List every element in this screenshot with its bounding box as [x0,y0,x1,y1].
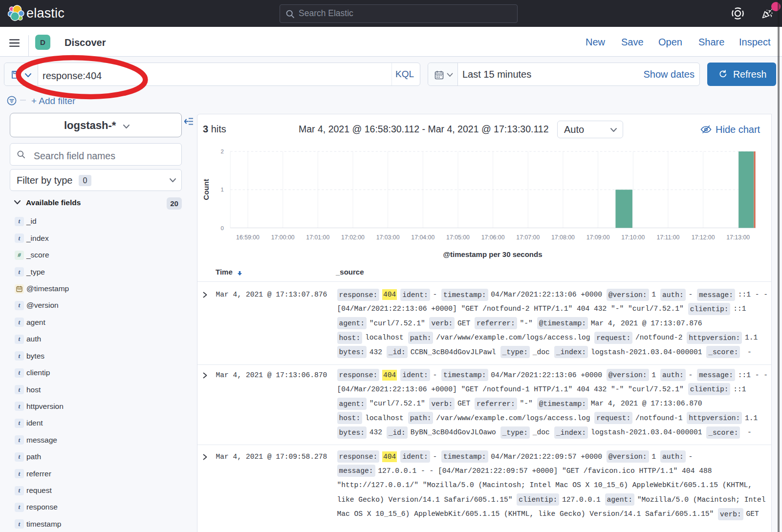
svg-text:0: 0 [221,225,224,231]
svg-text:16:59:00: 16:59:00 [236,234,260,241]
svg-text:17:04:00: 17:04:00 [411,234,434,241]
svg-text:17:08:00: 17:08:00 [551,234,575,241]
svg-text:17:01:00: 17:01:00 [306,234,329,241]
svg-text:17:09:00: 17:09:00 [586,234,610,241]
svg-text:17:06:00: 17:06:00 [481,234,505,241]
svg-text:17:05:00: 17:05:00 [446,234,470,241]
svg-text:Count: Count [202,179,210,200]
svg-text:17:02:00: 17:02:00 [341,234,365,241]
svg-text:2: 2 [221,149,224,154]
svg-text:17:10:00: 17:10:00 [621,234,645,241]
svg-text:17:12:00: 17:12:00 [692,234,715,241]
svg-text:1: 1 [221,187,224,192]
svg-text:17:03:00: 17:03:00 [376,234,400,241]
svg-text:17:00:00: 17:00:00 [271,234,295,241]
svg-text:17:11:00: 17:11:00 [656,234,679,241]
svg-text:17:07:00: 17:07:00 [516,234,540,241]
svg-text:17:13:00: 17:13:00 [726,234,750,241]
